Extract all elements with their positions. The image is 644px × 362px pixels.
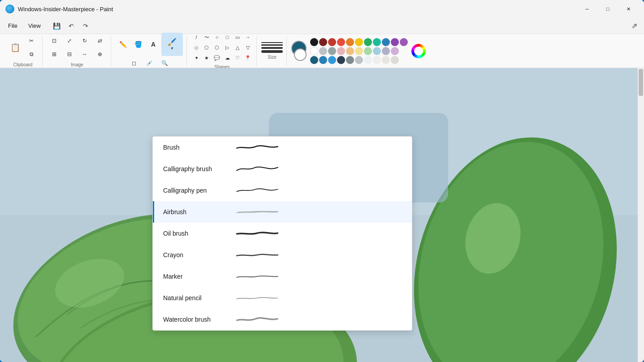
vertical-scrollbar[interactable] — [638, 68, 644, 362]
color-purple[interactable] — [391, 38, 399, 46]
color-picker-button[interactable]: 💉 — [142, 57, 156, 69]
size-line-4[interactable] — [261, 50, 283, 53]
color-darkgray[interactable] — [346, 56, 354, 64]
color-lavender[interactable] — [382, 47, 390, 55]
canvas-area[interactable]: Brush Calligraphy brush Calligraph — [0, 68, 644, 362]
color-white[interactable] — [310, 47, 318, 55]
undo-button[interactable]: ↶ — [65, 20, 78, 32]
view-menu[interactable]: View — [24, 21, 45, 31]
crop-button[interactable]: ⊡ — [47, 34, 61, 47]
paste-button[interactable]: 📋 — [7, 38, 23, 57]
color-wheel[interactable] — [411, 44, 426, 58]
color-peach[interactable] — [346, 47, 354, 55]
share-button[interactable]: ⇗ — [628, 20, 640, 32]
diamond-shape[interactable]: ◇ — [191, 43, 201, 52]
size-line-2[interactable] — [261, 44, 283, 46]
zoom-button[interactable]: 🔍 — [157, 57, 172, 69]
color-lilac[interactable] — [391, 47, 399, 55]
color-brightred[interactable] — [337, 38, 345, 46]
cut-button[interactable]: ✂ — [24, 34, 39, 47]
color-teal[interactable] — [373, 38, 381, 46]
brush-item-calligraphy-pen[interactable]: Calligraphy pen — [153, 180, 412, 201]
resize-button[interactable]: ⤢ — [62, 34, 77, 47]
copy-button[interactable]: ⧉ — [24, 48, 39, 60]
brush-item-calligraphy-brush[interactable]: Calligraphy brush — [153, 158, 412, 180]
star5-shape[interactable]: ★ — [202, 53, 212, 63]
line-shape[interactable]: / — [191, 32, 201, 42]
color-silver[interactable] — [355, 56, 363, 64]
flip-button[interactable]: ⇄ — [93, 34, 107, 47]
invert-button[interactable]: ↔ — [78, 48, 92, 60]
brush-tool-button[interactable]: 🖌️ ▼ — [161, 33, 183, 56]
save-button[interactable]: 💾 — [51, 20, 63, 32]
color-blue[interactable] — [382, 38, 390, 46]
color-lightgray[interactable] — [319, 47, 327, 55]
color-lightblue[interactable] — [373, 47, 381, 55]
color-lightgreen[interactable] — [364, 47, 372, 55]
free-select-button[interactable]: ⊟ — [62, 48, 77, 60]
color-orange[interactable] — [346, 38, 354, 46]
color-offwhite1[interactable] — [373, 56, 381, 64]
curve-shape[interactable]: 〜 — [202, 32, 212, 42]
color-gray[interactable] — [328, 47, 336, 55]
color-navy[interactable] — [337, 56, 345, 64]
brush-item-oil-brush[interactable]: Oil brush — [153, 223, 412, 244]
triangle-shape[interactable]: ▽ — [243, 43, 253, 52]
size-lines — [261, 42, 283, 53]
star4-shape[interactable]: ✦ — [191, 53, 201, 63]
brush-item-natural-pencil[interactable]: Natural pencil — [153, 287, 412, 309]
rounded-rect-shape[interactable]: ▭ — [233, 32, 242, 42]
fill-button[interactable]: 🪣 — [131, 38, 145, 51]
color-violet[interactable] — [400, 38, 408, 46]
pentagon-shape[interactable]: ⬠ — [202, 43, 212, 52]
color-darkblue[interactable] — [310, 56, 318, 64]
color-offwhite3[interactable] — [391, 56, 399, 64]
cloud-shape[interactable]: ☁ — [222, 53, 232, 63]
text-button[interactable]: A — [146, 38, 160, 51]
callout-shape[interactable]: 💬 — [212, 53, 222, 63]
right-arrow-shape[interactable]: ▷ — [222, 43, 232, 52]
color-yellow[interactable] — [355, 38, 363, 46]
color-green[interactable] — [364, 38, 372, 46]
oval-shape[interactable]: ○ — [212, 32, 222, 42]
heart-shape[interactable]: ♡ — [233, 53, 242, 63]
layers-button[interactable]: ⊕ — [93, 48, 107, 60]
brush-item-watercolor-brush[interactable]: Watercolor brush — [153, 309, 412, 330]
brush-item-marker[interactable]: Marker — [153, 266, 412, 287]
brush-name-airbrush: Airbrush — [163, 208, 235, 215]
hexagon-shape[interactable]: ⬡ — [212, 43, 222, 52]
scrollbar-thumb[interactable] — [639, 69, 643, 96]
brush-item-airbrush[interactable]: Airbrush — [153, 201, 412, 223]
window-title: Windows-Insider-Masterpiece - Paint — [18, 6, 577, 13]
size-line-1[interactable] — [261, 42, 283, 43]
maximize-button[interactable]: □ — [597, 2, 618, 16]
up-arrow-shape[interactable]: △ — [233, 43, 242, 52]
color-oceanblue[interactable] — [319, 56, 327, 64]
close-button[interactable]: ✕ — [618, 2, 639, 16]
brush-item-crayon[interactable]: Crayon — [153, 244, 412, 266]
color-pink[interactable] — [337, 47, 345, 55]
color-skyblue[interactable] — [328, 56, 336, 64]
select-button[interactable]: ⊞ — [47, 48, 61, 60]
secondary-color-swatch[interactable] — [294, 48, 307, 61]
pencil-button[interactable]: ✏️ — [116, 38, 130, 51]
size-group: Size — [258, 36, 287, 66]
file-menu[interactable]: File — [4, 21, 22, 31]
rotate-button[interactable]: ↻ — [78, 34, 92, 47]
pin-shape[interactable]: 📍 — [243, 53, 253, 63]
brush-item-brush[interactable]: Brush — [153, 137, 412, 158]
color-red[interactable] — [328, 38, 336, 46]
rect-shape[interactable]: □ — [222, 32, 232, 42]
marker-stroke-svg — [235, 272, 280, 281]
color-offwhite2[interactable] — [382, 56, 390, 64]
color-lightyellow[interactable] — [355, 47, 363, 55]
color-black[interactable] — [310, 38, 318, 46]
brush-name-natural-pencil: Natural pencil — [163, 294, 235, 302]
minimize-button[interactable]: ─ — [577, 2, 597, 16]
size-line-3[interactable] — [261, 47, 283, 49]
redo-button[interactable]: ↷ — [79, 20, 92, 32]
color-darkred[interactable] — [319, 38, 327, 46]
arrow-shape[interactable]: → — [243, 32, 253, 42]
color-cloud[interactable] — [364, 56, 372, 64]
eraser-button[interactable]: ◻ — [127, 57, 141, 69]
